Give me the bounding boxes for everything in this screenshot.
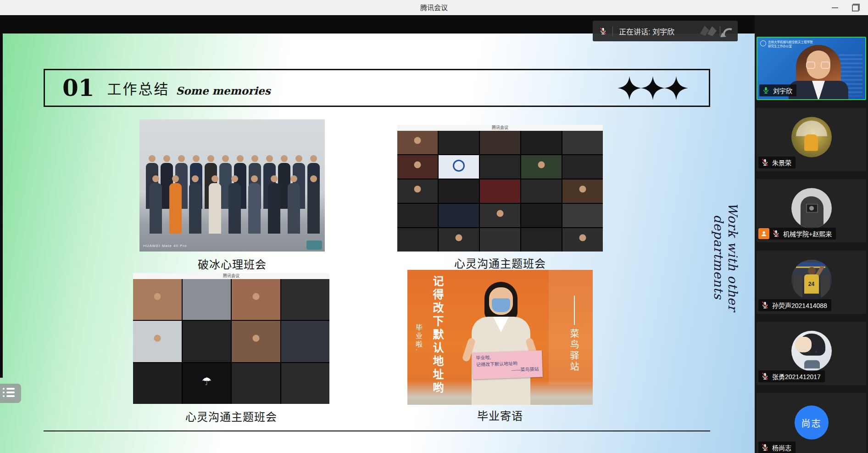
poster-text-right: 菜鸟驿站: [568, 329, 581, 373]
video-grid-cell: [397, 228, 438, 252]
participant-name-label: 朱景荣: [758, 157, 796, 168]
photo-icebreaker: HUAWEI Mate 40 Pro: [139, 119, 325, 252]
video-grid-cell: [521, 204, 562, 227]
video-grid-cell: [480, 204, 520, 227]
university-emblem-icon: [453, 160, 465, 172]
video-grid-cell: [439, 204, 479, 227]
anime-eye: [815, 351, 817, 353]
slide-section-number: 01: [62, 74, 95, 101]
video-grid-cell: [281, 363, 330, 404]
video-grid-cell: [439, 228, 479, 252]
raincoat-figure: [804, 134, 818, 151]
player-head: [808, 267, 816, 275]
window-titlebar: 腾讯会议: [0, 0, 868, 15]
participant-name: 孙荧声2021414088: [772, 301, 827, 310]
participant-tile-zhujingrong[interactable]: 朱景荣: [757, 108, 866, 171]
face-dot: [154, 335, 161, 341]
avatar: 24: [791, 260, 832, 300]
video-grid-cell: [183, 321, 231, 362]
shared-screen: 01 工作总结 Some memories HUAWEI Mate 40 Pro…: [0, 15, 755, 453]
participant-name: 机械学院+赵熙来: [783, 229, 832, 238]
slide-side-text: Work with other departments: [722, 161, 740, 353]
participant-tile-liuyuxin[interactable]: 吉林大学机械与航空航天工程学院 研究生工作办公室 刘宇欣: [757, 37, 866, 100]
video-grid-cell: [133, 363, 182, 404]
window-title: 腾讯会议: [420, 0, 448, 15]
list-panel-toggle[interactable]: [0, 384, 21, 403]
photo-meeting-grid-bottom: 腾讯会议 ☂: [133, 273, 329, 404]
participant-tile-yangshangzhi[interactable]: 尚志 杨尚志: [757, 393, 866, 453]
crowd-figure: [821, 274, 830, 297]
video-grid-cell: [521, 179, 562, 203]
watermark-line: 吉林大学机械与航空航天工程学院: [768, 40, 813, 44]
group-photo-person: [208, 175, 222, 234]
participant-name-label: 刘宇欣: [759, 84, 796, 96]
mic-muted-icon: [599, 27, 607, 35]
participant-tile-sunyingsheng[interactable]: 24 孙荧声2021414088: [757, 251, 866, 314]
video-grid-cell: [521, 131, 562, 154]
face-dot: [414, 186, 421, 193]
face-dot: [579, 235, 586, 241]
face-dot: [456, 235, 462, 241]
sparkle-icon: [664, 76, 689, 101]
photo-graduation: 毕业啦. 记得改下默认地址哟 菜鸟驿站 毕业啦, 记得改下默认地址哟 ——菜鸟驿…: [407, 270, 593, 405]
mic-muted-icon: [761, 372, 769, 380]
photo-icebreaker-art: [139, 119, 325, 252]
video-grid-cell: [562, 179, 603, 203]
anime-eye: [808, 351, 810, 353]
camera-lens-icon: [809, 206, 814, 211]
slide-subtitle: Some memories: [176, 84, 271, 97]
participant-name: 刘宇欣: [773, 86, 792, 95]
video-grid-cell: [232, 321, 280, 362]
poster-text-small: 毕业啦.: [414, 324, 423, 352]
annotation-undo-icon: [699, 24, 733, 38]
video-grid-cell: [480, 131, 520, 154]
anime-collar: [804, 360, 820, 369]
video-grid: [397, 131, 603, 252]
video-grid-cell: [521, 228, 562, 252]
video-grid-cell: [281, 321, 330, 362]
restore-icon[interactable]: [852, 4, 860, 11]
sparkle-stars: [618, 76, 689, 101]
sign-line: ——菜鸟驿站: [476, 366, 539, 375]
speaker-body: [789, 81, 848, 100]
anime-face: [795, 337, 812, 352]
participant-name-label: 机械学院+赵熙来: [758, 228, 836, 240]
minimize-icon[interactable]: [832, 7, 838, 8]
chair-shape: [306, 240, 322, 250]
face-dot: [252, 293, 259, 300]
participant-name-label: 杨尚志: [758, 442, 796, 453]
face-dot: [414, 137, 421, 144]
video-grid-cell: [397, 131, 438, 154]
screenshot-titlebar: 腾讯会议: [133, 273, 329, 279]
participant-tile-zhangyong[interactable]: 张勇2021412017: [757, 322, 866, 385]
group-photo-person: [188, 175, 202, 234]
participant-name-label: 孙荧声2021414088: [758, 299, 831, 311]
video-grid-cell: [133, 321, 182, 362]
avatar: [791, 117, 832, 157]
participant-tile-jixiexueyuan[interactable]: 机械学院+赵熙来: [757, 179, 866, 242]
group-photo-person: [149, 175, 162, 234]
annotation-tools[interactable]: [699, 24, 733, 38]
watermark-line: 研究生工作办公室: [768, 45, 792, 48]
caption-meeting-top: 心灵沟通主题班会: [397, 255, 603, 271]
video-grid-cell: [562, 155, 603, 179]
video-grid-cell: [562, 131, 603, 154]
sign-line: 记得改下默认地址哟: [476, 361, 517, 367]
banner-divider: [612, 26, 613, 36]
video-grid-cell: [281, 279, 330, 320]
jersey-number: 24: [804, 274, 819, 294]
video-grid-cell: [562, 228, 603, 252]
face-dot: [252, 335, 259, 341]
avatar-initials: 尚志: [795, 406, 829, 440]
glasses-icon: [821, 62, 830, 69]
screenshot-titlebar: 腾讯会议: [397, 125, 603, 131]
video-grid-cell: [439, 155, 479, 179]
video-grid-cell: [521, 155, 562, 179]
slide-bottom-rule: [44, 431, 710, 431]
mic-muted-icon: [761, 158, 769, 167]
video-grid-cell: [183, 279, 231, 320]
group-photo-person: [267, 175, 281, 234]
group-photo-person: [228, 175, 241, 234]
video-watermark-logo: 吉林大学机械与航空航天工程学院 研究生工作办公室: [760, 40, 813, 49]
umbrella-icon: [796, 121, 827, 136]
